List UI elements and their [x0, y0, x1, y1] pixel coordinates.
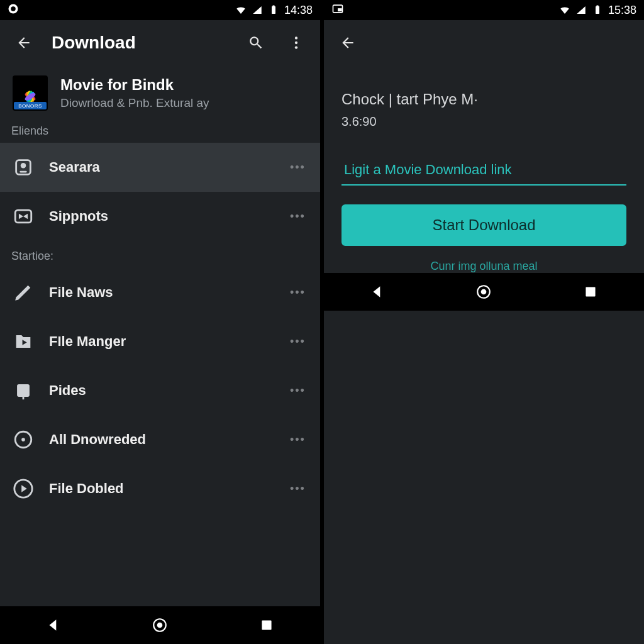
- nav-back-button[interactable]: [352, 279, 402, 304]
- svg-rect-15: [19, 171, 26, 173]
- pencil-icon: [13, 282, 34, 303]
- svg-rect-28: [596, 6, 598, 7]
- list-item-label: Pides: [49, 382, 275, 399]
- svg-rect-31: [586, 287, 596, 296]
- list-item[interactable]: Sippnots •••: [0, 192, 320, 241]
- item-more-button[interactable]: •••: [290, 433, 308, 447]
- start-download-button[interactable]: Start Download: [341, 204, 626, 246]
- nav-home-button[interactable]: [135, 613, 185, 638]
- content-subtitle: 3.6:90: [341, 114, 626, 129]
- featured-app-icon: BONORS: [13, 75, 48, 111]
- item-more-button[interactable]: •••: [290, 286, 308, 299]
- list-item-label: All Dnowreded: [49, 431, 275, 448]
- main-content: Chock | tart Phye M∙ 3.6:90 Ligit a Movi…: [324, 65, 644, 273]
- featured-app-title: Movie for Bindk: [60, 76, 209, 94]
- item-more-button[interactable]: •••: [290, 210, 308, 223]
- back-button[interactable]: [11, 30, 36, 55]
- target-icon: [13, 429, 34, 450]
- app-glyph-icon: [8, 3, 19, 18]
- item-more-button[interactable]: •••: [290, 482, 308, 496]
- list-item[interactable]: FIle Manger •••: [0, 317, 320, 366]
- navigation-bar: [324, 273, 644, 311]
- list-item[interactable]: Searara •••: [0, 143, 320, 192]
- svg-rect-3: [272, 6, 274, 7]
- featured-app-badge: BONORS: [14, 102, 47, 109]
- square-icon: [13, 380, 34, 401]
- left-phone: 14:38 Download: [0, 0, 320, 644]
- featured-app-subtitle: Diowrload & Pnb. Extural ay: [60, 96, 209, 110]
- folder-play-icon: [13, 331, 34, 352]
- app-bar: Download: [0, 20, 320, 65]
- svg-point-14: [21, 163, 26, 169]
- app-bar: [324, 20, 644, 65]
- svg-rect-17: [17, 384, 30, 397]
- svg-rect-2: [272, 6, 275, 14]
- svg-point-6: [295, 46, 297, 48]
- play-circle-icon: [13, 478, 34, 499]
- download-link-input[interactable]: Ligit a Movie Download link: [341, 155, 626, 186]
- list-item[interactable]: Pides •••: [0, 366, 320, 415]
- svg-point-1: [11, 6, 16, 11]
- right-phone: 15:38 Chock | tart Phye M∙ 3.6:90 Ligit …: [324, 0, 644, 644]
- status-time: 15:38: [608, 4, 636, 17]
- item-more-button[interactable]: •••: [290, 384, 308, 397]
- list-item-label: FIle Manger: [49, 333, 275, 350]
- page-title: Download: [52, 33, 228, 53]
- svg-point-23: [157, 623, 163, 628]
- item-more-button[interactable]: •••: [290, 335, 308, 348]
- svg-point-4: [295, 36, 297, 39]
- navigation-bar: [0, 606, 320, 644]
- svg-rect-24: [262, 620, 272, 630]
- helper-link[interactable]: Cunr img olluna meal: [341, 260, 626, 273]
- featured-app[interactable]: BONORS Movie for Bindk Diowrload & Pnb. …: [0, 65, 320, 116]
- list-item-label: Sippnots: [49, 208, 275, 225]
- bowtie-icon: [13, 206, 34, 227]
- back-button[interactable]: [335, 30, 360, 55]
- camera-icon: [13, 157, 34, 178]
- wifi-icon: [235, 4, 247, 16]
- picture-in-picture-icon: [331, 3, 344, 18]
- section-header: Startioe:: [0, 241, 320, 268]
- list-item-label: File Naws: [49, 284, 275, 301]
- nav-home-button[interactable]: [458, 279, 509, 304]
- cell-signal-icon: [575, 4, 587, 16]
- status-bar: 15:38: [324, 0, 644, 20]
- search-button[interactable]: [243, 30, 269, 55]
- list-item-label: Searara: [49, 159, 275, 175]
- svg-rect-26: [338, 8, 342, 11]
- nav-recent-button[interactable]: [565, 279, 616, 304]
- wifi-icon: [559, 4, 570, 16]
- battery-icon: [592, 4, 603, 16]
- list-item-label: File Dobled: [49, 480, 275, 497]
- svg-rect-18: [23, 397, 25, 399]
- item-more-button[interactable]: •••: [290, 161, 308, 174]
- svg-rect-27: [596, 6, 599, 14]
- status-bar: 14:38: [0, 0, 320, 20]
- overflow-menu-button[interactable]: [284, 30, 309, 55]
- main-content: BONORS Movie for Bindk Diowrload & Pnb. …: [0, 65, 320, 606]
- svg-point-30: [481, 289, 487, 295]
- nav-back-button[interactable]: [28, 613, 79, 638]
- nav-recent-button[interactable]: [242, 613, 292, 638]
- list-item[interactable]: All Dnowreded •••: [0, 415, 320, 464]
- list-item[interactable]: File Naws •••: [0, 268, 320, 317]
- svg-point-5: [295, 42, 297, 44]
- status-time: 14:38: [284, 4, 313, 17]
- svg-point-20: [21, 438, 25, 441]
- content-title: Chock | tart Phye M∙: [341, 91, 626, 108]
- section-header: Eliends: [0, 116, 320, 143]
- battery-icon: [268, 4, 279, 16]
- list-item[interactable]: File Dobled •••: [0, 464, 320, 513]
- cell-signal-icon: [252, 4, 263, 16]
